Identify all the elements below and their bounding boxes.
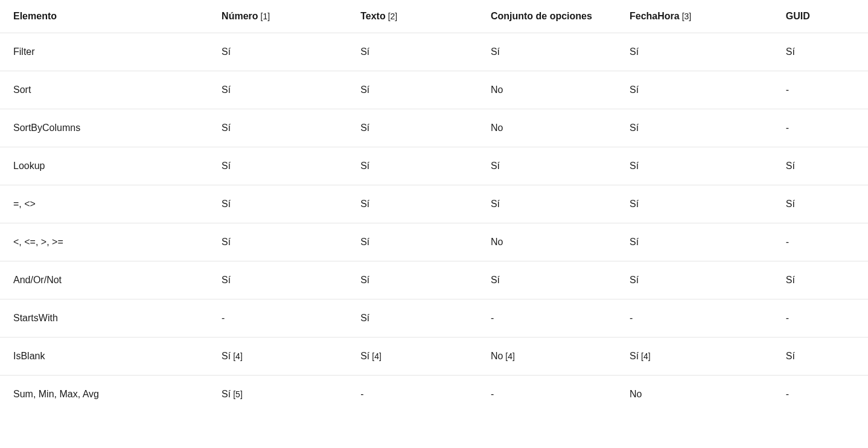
cell-value: Sí [491,46,500,57]
delegation-support-table: ElementoNúmero[1]Texto[2]Conjunto de opc… [0,0,868,413]
cell-value: - [786,313,789,323]
column-header: Elemento [0,0,208,33]
cell-value: - [786,237,789,247]
cell-note: [5] [233,389,243,399]
table-cell: Sí [773,147,868,185]
table-cell: Sí [773,261,868,299]
cell-value: <, <=, >, >= [13,237,63,247]
cell-value: Sí [360,161,369,171]
table-cell: No[4] [477,338,616,376]
cell-value: Sí [222,237,231,247]
column-header-label: Texto [360,11,385,21]
cell-value: - [360,389,363,399]
cell-value: - [786,389,789,399]
table-cell: Sí [616,147,773,185]
table-body: FilterSíSíSíSíSíSortSíSíNoSí-SortByColum… [0,33,868,414]
cell-value: Sí [222,85,231,95]
table-cell: - [208,299,347,338]
cell-value: Sí [786,46,795,57]
table-cell: Sí[4] [616,338,773,376]
table-cell: Sí [208,185,347,223]
cell-value: Sí [786,275,795,285]
column-header-note: [2] [388,11,398,21]
cell-value: Sí [222,123,231,133]
table-cell: SortByColumns [0,109,208,147]
table-cell: Sí [347,185,477,223]
table-cell: Sí [477,33,616,71]
table-cell: Sí[4] [347,338,477,376]
column-header-note: [3] [682,11,692,21]
table-cell: Sí [347,223,477,261]
cell-value: Sí [222,161,231,171]
table-cell: No [477,71,616,109]
cell-value: - [786,123,789,133]
table-cell: Sí [208,109,347,147]
table-row: LookupSíSíSíSíSí [0,147,868,185]
table-cell: - [773,299,868,338]
column-header-label: Elemento [13,11,57,21]
cell-value: Sum, Min, Max, Avg [13,389,99,399]
table-cell: StartsWith [0,299,208,338]
cell-value: Sí [491,161,500,171]
table-cell: - [616,299,773,338]
table-row: Sum, Min, Max, AvgSí[5]--No- [0,376,868,414]
table-cell: Sí [208,261,347,299]
table-cell: - [477,376,616,414]
table-header-row: ElementoNúmero[1]Texto[2]Conjunto de opc… [0,0,868,33]
cell-value: Filter [13,46,35,57]
table-row: <, <=, >, >=SíSíNoSí- [0,223,868,261]
cell-value: IsBlank [13,351,45,361]
table-cell: Sí [347,261,477,299]
table-cell: Filter [0,33,208,71]
cell-value: Sí [360,123,369,133]
cell-value: - [491,389,494,399]
table-cell: Sí [208,223,347,261]
cell-value: Sí [630,46,639,57]
cell-value: Sí [630,85,639,95]
cell-value: Sí [360,199,369,209]
table-cell: Sí [347,109,477,147]
cell-value: Sí [630,161,639,171]
cell-value: Sí [360,85,369,95]
table-cell: IsBlank [0,338,208,376]
cell-value: - [491,313,494,323]
table-cell: Sí [773,338,868,376]
table-cell: Sí [616,185,773,223]
table-cell: Sí [773,185,868,223]
table-cell: Sí [347,299,477,338]
cell-value: Sí [222,389,231,399]
table-row: IsBlankSí[4]Sí[4]No[4]Sí[4]Sí [0,338,868,376]
column-header-label: Número [222,11,258,21]
table-cell: Sort [0,71,208,109]
cell-value: Lookup [13,161,45,171]
cell-value: Sí [222,46,231,57]
table-cell: Sí [208,147,347,185]
cell-value: Sí [491,199,500,209]
cell-value: No [491,351,503,361]
cell-value: Sí [630,351,639,361]
table-header: ElementoNúmero[1]Texto[2]Conjunto de opc… [0,0,868,33]
table-cell: Sí [208,33,347,71]
column-header-label: FechaHora [630,11,680,21]
cell-value: Sort [13,85,31,95]
cell-value: Sí [630,199,639,209]
table-cell: Sí [616,261,773,299]
column-header-label: Conjunto de opciones [491,11,592,21]
cell-value: Sí [360,351,369,361]
table-cell: - [773,223,868,261]
column-header: Conjunto de opciones [477,0,616,33]
table-cell: Sí [347,147,477,185]
table-cell: Sí [347,33,477,71]
cell-value: Sí [630,123,639,133]
table-cell: Lookup [0,147,208,185]
cell-value: Sí [360,275,369,285]
column-header: Número[1] [208,0,347,33]
cell-value: SortByColumns [13,123,80,133]
table-cell: Sí[5] [208,376,347,414]
cell-value: - [786,85,789,95]
cell-value: Sí [222,275,231,285]
cell-value: No [630,389,642,399]
table-row: StartsWith-Sí--- [0,299,868,338]
column-header: GUID [773,0,868,33]
cell-value: Sí [786,199,795,209]
